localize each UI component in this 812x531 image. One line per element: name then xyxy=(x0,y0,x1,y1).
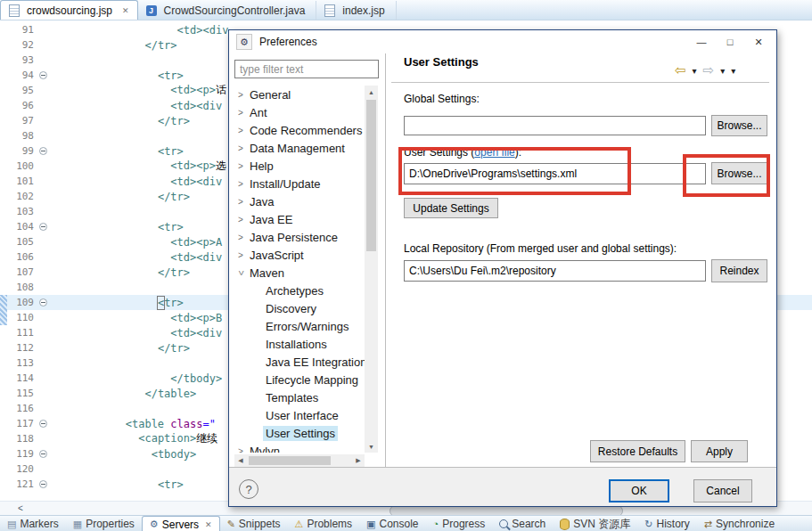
code-text: <td><p>话 xyxy=(48,83,226,98)
chevron-right-icon[interactable]: > xyxy=(234,108,247,118)
forward-dropdown-icon[interactable] xyxy=(720,64,725,77)
editor-tab-crowdsourcingcontroller-java[interactable]: CrowdSourcingController.java xyxy=(138,1,317,20)
tree-item-help[interactable]: >Help xyxy=(234,157,365,175)
tree-item-installations[interactable]: Installations xyxy=(234,335,365,353)
collapse-icon[interactable] xyxy=(39,71,47,79)
tree-item-maven[interactable]: >Maven xyxy=(234,264,365,282)
code-text: <tr> xyxy=(48,69,184,82)
chevron-right-icon[interactable]: > xyxy=(234,126,247,135)
user-settings-input[interactable] xyxy=(404,163,706,184)
view-tab-servers[interactable]: Servers✕ xyxy=(142,516,220,531)
tree-item-data-management[interactable]: >Data Management xyxy=(234,139,365,157)
tree-item-java[interactable]: >Java xyxy=(234,192,365,210)
code-text: <td><p>A xyxy=(48,236,222,249)
chevron-right-icon[interactable]: > xyxy=(234,215,247,225)
cancel-button[interactable]: Cancel xyxy=(693,479,752,502)
chevron-right-icon[interactable]: > xyxy=(234,179,247,189)
view-tab-console[interactable]: Console xyxy=(359,516,425,531)
view-tab-snippets[interactable]: Snippets xyxy=(220,516,288,531)
editor-tab-index-jsp[interactable]: index.jsp xyxy=(316,1,396,20)
tree-item-java-persistence[interactable]: >Java Persistence xyxy=(234,228,365,246)
tree-item-user-settings[interactable]: User Settings xyxy=(234,424,365,442)
chevron-right-icon[interactable]: > xyxy=(234,143,247,153)
chevron-right-icon[interactable]: > xyxy=(234,250,247,260)
tree-item-lifecycle-mapping[interactable]: Lifecycle Mapping xyxy=(234,371,365,388)
user-settings-browse-button[interactable]: Browse... xyxy=(711,162,767,184)
global-browse-button[interactable]: Browse... xyxy=(711,115,767,136)
tree-item-javascript[interactable]: >JavaScript xyxy=(234,246,365,264)
update-settings-button[interactable]: Update Settings xyxy=(404,198,498,218)
collapse-icon[interactable] xyxy=(39,298,47,306)
tree-item-errors-warnings[interactable]: Errors/Warnings xyxy=(234,317,365,335)
line-number: 119 xyxy=(7,448,37,460)
tree-item-templates[interactable]: Templates xyxy=(234,388,365,406)
scroll-left-icon[interactable]: ◀ xyxy=(234,454,247,467)
chevron-right-icon[interactable]: > xyxy=(234,197,247,207)
tree-item-discovery[interactable]: Discovery xyxy=(234,299,365,317)
ok-button[interactable]: OK xyxy=(609,479,669,502)
open-file-link[interactable]: open file xyxy=(474,146,514,159)
tree-vertical-scrollbar[interactable]: ▲ ▼ xyxy=(365,86,378,453)
tree-horizontal-scrollbar[interactable]: ◀ ▶ xyxy=(234,454,365,467)
view-tab-svn-资源库[interactable]: SVN 资源库 xyxy=(553,516,637,531)
tree-item-general[interactable]: >General xyxy=(234,86,365,103)
fold-column xyxy=(37,420,48,428)
chevron-right-icon[interactable]: > xyxy=(234,161,247,171)
scroll-up-icon[interactable]: ▲ xyxy=(365,86,378,98)
tree-item-install-update[interactable]: >Install/Update xyxy=(234,175,365,192)
collapse-icon[interactable] xyxy=(39,147,47,155)
scroll-right-icon[interactable]: ▶ xyxy=(352,454,365,467)
tree-item-mylyn[interactable]: >Mylyn xyxy=(234,442,365,453)
view-tab-properties[interactable]: Properties xyxy=(66,516,142,531)
scroll-left-arrow-icon[interactable]: < xyxy=(18,503,23,513)
chevron-right-icon[interactable]: > xyxy=(234,233,247,242)
tree-item-ant[interactable]: >Ant xyxy=(234,103,365,121)
scrollbar-thumb[interactable] xyxy=(366,100,376,251)
scrollbar-thumb[interactable] xyxy=(249,456,331,465)
line-number: 100 xyxy=(7,160,37,172)
reindex-button[interactable]: Reindex xyxy=(711,259,767,282)
collapse-icon[interactable] xyxy=(39,450,47,458)
view-tab-search[interactable]: Search xyxy=(492,516,553,531)
tree-item-java-ee-integration[interactable]: Java EE Integration xyxy=(234,353,365,371)
collapse-icon[interactable] xyxy=(39,223,47,231)
tree-item-java-ee[interactable]: >Java EE xyxy=(234,210,365,228)
view-tab-problems[interactable]: Problems xyxy=(288,516,360,531)
editor-tab-crowdsourcing-jsp[interactable]: crowdsourcing.jsp✕ xyxy=(0,0,138,20)
annotation-ruler xyxy=(0,462,7,477)
close-button[interactable]: ✕ xyxy=(744,30,773,53)
annotation-ruler xyxy=(0,219,7,234)
dialog-title-bar[interactable]: Preferences — □ ✕ xyxy=(229,30,776,53)
tree-item-user-interface[interactable]: User Interface xyxy=(234,406,365,424)
back-dropdown-icon[interactable] xyxy=(693,64,697,77)
chevron-right-icon[interactable]: > xyxy=(234,446,247,453)
tree-item-code-recommenders[interactable]: >Code Recommenders xyxy=(234,121,365,139)
tree-item-archetypes[interactable]: Archetypes xyxy=(234,282,365,299)
close-icon[interactable]: ✕ xyxy=(122,6,129,15)
maximize-button[interactable]: □ xyxy=(716,30,744,53)
minimize-button[interactable]: — xyxy=(687,30,716,53)
apply-button[interactable]: Apply xyxy=(691,440,748,462)
code-text: <table class=" xyxy=(48,418,216,430)
view-tab-progress[interactable]: Progress xyxy=(426,516,493,531)
view-tab-markers[interactable]: Markers xyxy=(0,516,66,531)
view-tab-synchronize[interactable]: Synchronize xyxy=(697,516,782,531)
forward-arrow-icon[interactable] xyxy=(703,62,715,78)
chevron-down-icon[interactable]: > xyxy=(236,266,246,279)
scroll-down-icon[interactable]: ▼ xyxy=(365,440,378,453)
view-tab-history[interactable]: History xyxy=(637,516,697,531)
local-repository-input[interactable] xyxy=(404,260,706,282)
restore-defaults-button[interactable]: Restore Defaults xyxy=(590,440,685,462)
chevron-right-icon[interactable]: > xyxy=(234,90,247,100)
editor-tab-bar: crowdsourcing.jsp✕CrowdSourcingControlle… xyxy=(0,0,812,20)
filter-input[interactable] xyxy=(234,60,379,78)
view-menu-icon[interactable] xyxy=(731,64,735,77)
help-icon[interactable]: ? xyxy=(239,479,258,499)
close-icon[interactable]: ✕ xyxy=(205,520,212,529)
line-number: 120 xyxy=(7,463,37,475)
back-arrow-icon[interactable] xyxy=(675,62,686,78)
global-settings-input[interactable] xyxy=(404,116,706,135)
collapse-icon[interactable] xyxy=(39,480,47,488)
code-text: <td><div xyxy=(48,176,222,188)
collapse-icon[interactable] xyxy=(39,420,47,428)
